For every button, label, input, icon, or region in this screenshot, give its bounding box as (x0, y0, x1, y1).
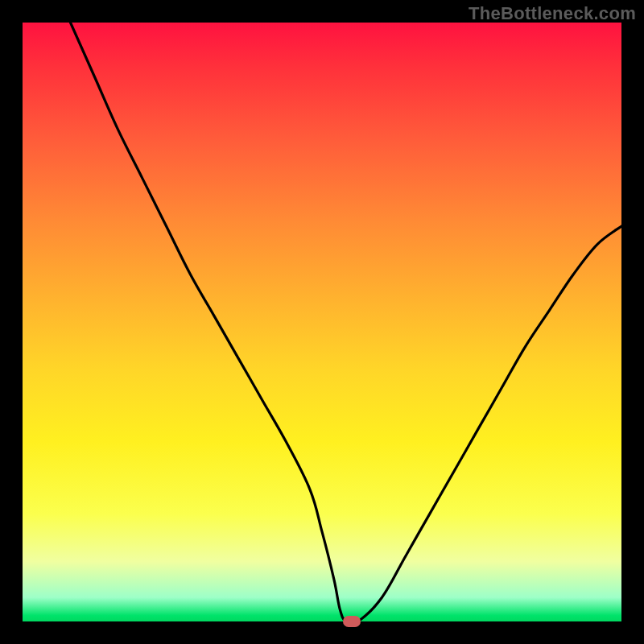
plot-area (23, 23, 621, 621)
curve-svg (23, 23, 621, 621)
watermark-text: TheBottleneck.com (469, 3, 636, 24)
chart-frame: TheBottleneck.com (0, 0, 644, 644)
bottleneck-curve-path (71, 23, 622, 621)
optimal-point-marker (343, 616, 361, 627)
